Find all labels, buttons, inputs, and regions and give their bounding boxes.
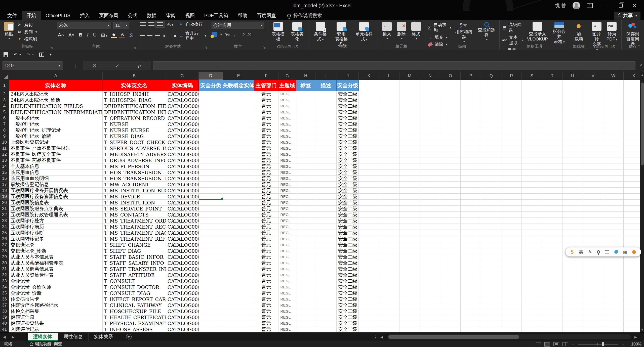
cell-C38[interactable]: CATALOG000037: [166, 308, 199, 314]
cell-A19[interactable]: 互联网医疗设备资源信息表: [9, 194, 103, 200]
cell-F32[interactable]: 普元: [254, 272, 278, 278]
cell-S13[interactable]: [522, 157, 542, 163]
cell-W14[interactable]: [603, 163, 624, 169]
cell-P37[interactable]: [461, 302, 481, 308]
cell-K32[interactable]: [359, 272, 379, 278]
cell-I35[interactable]: [315, 290, 337, 296]
cell-S31[interactable]: [522, 266, 542, 272]
select-all-corner[interactable]: [0, 72, 9, 80]
cell-O21[interactable]: [440, 206, 461, 212]
font-color-button[interactable]: A: [119, 32, 125, 38]
menu-tab-data[interactable]: 数据: [142, 11, 161, 20]
cell-J10[interactable]: 安全二级: [337, 139, 359, 145]
cell-I3[interactable]: [315, 97, 337, 103]
cell-B6[interactable]: T_OPERATION_RECORD: [103, 115, 166, 121]
cell-V35[interactable]: [583, 290, 603, 296]
cell-L26[interactable]: [379, 236, 399, 242]
cell-B19[interactable]: T_MS_DEVICE: [103, 194, 166, 200]
cell-J40[interactable]: 安全二级: [337, 320, 359, 326]
cell-G10[interactable]: REGL: [278, 139, 296, 145]
cell-G9[interactable]: REGL: [278, 133, 296, 139]
normal-view-button[interactable]: [544, 342, 550, 346]
cell-T3[interactable]: [542, 97, 562, 103]
cell-V1[interactable]: [583, 80, 603, 91]
cell-K6[interactable]: [359, 115, 379, 121]
cell-A15[interactable]: 临床用血信息: [9, 169, 103, 176]
cell-M28[interactable]: [399, 248, 420, 254]
cell-C37[interactable]: CATALOG000036: [166, 302, 199, 308]
cell-F22[interactable]: 普元: [254, 212, 278, 218]
sheet-tab-entity-relation[interactable]: 实体关系: [89, 333, 119, 341]
cell-O32[interactable]: [440, 272, 461, 278]
cell-T21[interactable]: [542, 206, 562, 212]
cell-K13[interactable]: [359, 157, 379, 163]
cell-M6[interactable]: [399, 115, 420, 121]
cell-D33[interactable]: [199, 278, 223, 284]
menu-tab-pdf-toolbox[interactable]: PDF工具箱: [199, 11, 233, 20]
cell-O19[interactable]: [440, 194, 461, 200]
cell-E40[interactable]: [223, 320, 254, 326]
cell-G38[interactable]: REGL: [278, 308, 296, 314]
cell-B15[interactable]: T_HOS_TRANSFUSION: [103, 169, 166, 176]
cell-O11[interactable]: [440, 145, 461, 151]
cell-D23[interactable]: [199, 218, 223, 224]
cell-E9[interactable]: [223, 133, 254, 139]
formula-bar-handle[interactable]: ⋮: [73, 63, 77, 68]
microphone-icon[interactable]: [597, 250, 600, 254]
cell-J25[interactable]: 安全二级: [337, 230, 359, 236]
cell-D14[interactable]: [199, 163, 223, 169]
cell-S2[interactable]: [522, 91, 542, 97]
cell-I29[interactable]: [315, 254, 337, 260]
percent-style-button[interactable]: %: [224, 32, 231, 37]
cell-M1[interactable]: [399, 80, 420, 91]
cell-W23[interactable]: [603, 218, 624, 224]
cell-L19[interactable]: [379, 194, 399, 200]
sort-filter-button[interactable]: AZ 排序和筛选▾: [453, 22, 474, 47]
cell-V12[interactable]: [583, 151, 603, 157]
column-header-O[interactable]: O: [440, 72, 461, 80]
format-painter-button[interactable]: ✦格式刷: [17, 36, 37, 42]
cell-B28[interactable]: T_SHIFT_DIAG: [103, 248, 166, 254]
cell-O9[interactable]: [440, 133, 461, 139]
cell-E5[interactable]: [223, 109, 254, 115]
cell-K4[interactable]: [359, 103, 379, 109]
cell-U12[interactable]: [562, 151, 583, 157]
cell-M19[interactable]: [399, 194, 420, 200]
cell-W20[interactable]: [603, 200, 624, 206]
cell-B21[interactable]: T_MS_SERVICE_POINT: [103, 206, 166, 212]
cell-F21[interactable]: 普元: [254, 206, 278, 212]
cell-D30[interactable]: [199, 260, 223, 266]
cell-R1[interactable]: [501, 80, 522, 91]
cell-F35[interactable]: 普元: [254, 290, 278, 296]
formula-bar-expand-icon[interactable]: ˅: [640, 63, 642, 68]
cell-P36[interactable]: [461, 296, 481, 302]
cell-L4[interactable]: [379, 103, 399, 109]
cell-J38[interactable]: 安全二级: [337, 308, 359, 314]
cell-F13[interactable]: 普元: [254, 157, 278, 163]
cell-V37[interactable]: [583, 302, 603, 308]
cell-C39[interactable]: CATALOG000038: [166, 314, 199, 320]
cell-N19[interactable]: [420, 194, 440, 200]
cell-O35[interactable]: [440, 290, 461, 296]
tab-scroll-divider[interactable]: ⋮: [373, 335, 378, 340]
cell-C31[interactable]: CATALOG000030: [166, 266, 199, 272]
cell-G8[interactable]: REGL: [278, 127, 296, 133]
align-middle-icon[interactable]: [148, 22, 154, 26]
cell-B40[interactable]: T_PHYSICAL_EXAMINATION_RESULT: [103, 320, 166, 326]
cell-K17[interactable]: [359, 182, 379, 188]
cell-M38[interactable]: [399, 308, 420, 314]
cell-Q30[interactable]: [481, 260, 501, 266]
wrap-text-button[interactable]: ↵自动换行: [179, 22, 203, 27]
cell-H30[interactable]: [296, 260, 315, 266]
cell-H22[interactable]: [296, 212, 315, 218]
cell-W27[interactable]: [603, 242, 624, 248]
cell-M37[interactable]: [399, 302, 420, 308]
cell-Q37[interactable]: [481, 302, 501, 308]
cell-E25[interactable]: [223, 230, 254, 236]
column-header-P[interactable]: P: [461, 72, 481, 80]
cell-T14[interactable]: [542, 163, 562, 169]
cell-Q31[interactable]: [481, 266, 501, 272]
cell-F2[interactable]: 普元: [254, 91, 278, 97]
cell-S11[interactable]: [522, 145, 542, 151]
cell-S12[interactable]: [522, 151, 542, 157]
